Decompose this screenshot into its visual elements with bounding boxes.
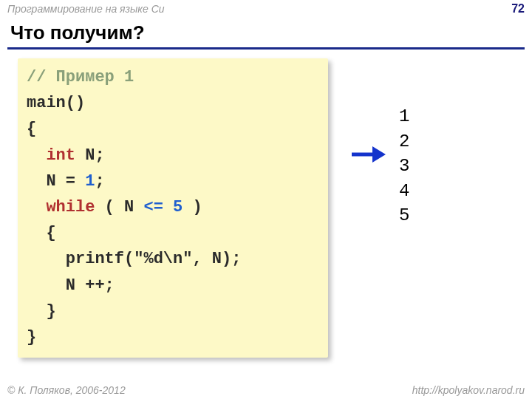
code-line: }: [27, 324, 319, 350]
code-line: N ++;: [27, 273, 319, 299]
arrow-icon: [350, 144, 386, 165]
output-block: 1 2 3 4 5: [399, 104, 409, 228]
title-rule: [7, 47, 525, 50]
footer-url: http://kpolyakov.narod.ru: [412, 384, 525, 396]
content-area: // Пример 1 main() { int N; N = 1; while…: [0, 58, 532, 358]
top-bar: Программирование на языке Си 72: [0, 0, 532, 17]
page-title: Что получим?: [0, 17, 532, 47]
output-line: 5: [399, 203, 409, 228]
code-line: N = 1;: [27, 168, 319, 194]
output-line: 3: [399, 154, 409, 179]
page-number: 72: [511, 2, 525, 16]
code-line: main(): [27, 90, 319, 116]
output-line: 1: [399, 104, 409, 129]
output-line: 2: [399, 129, 409, 154]
copyright: © К. Поляков, 2006-2012: [7, 384, 126, 396]
code-block: // Пример 1 main() { int N; N = 1; while…: [18, 58, 328, 358]
code-line: while ( N <= 5 ): [27, 194, 319, 220]
code-line: printf("%d\n", N);: [27, 246, 319, 272]
footer: © К. Поляков, 2006-2012 http://kpolyakov…: [0, 384, 532, 396]
breadcrumb: Программирование на языке Си: [7, 3, 165, 15]
code-line: {: [27, 116, 319, 142]
output-line: 4: [399, 179, 409, 204]
svg-marker-1: [372, 146, 386, 163]
code-line: }: [27, 299, 319, 324]
code-line: {: [27, 220, 319, 246]
code-line-comment: // Пример 1: [27, 64, 319, 90]
code-line: int N;: [27, 143, 319, 168]
